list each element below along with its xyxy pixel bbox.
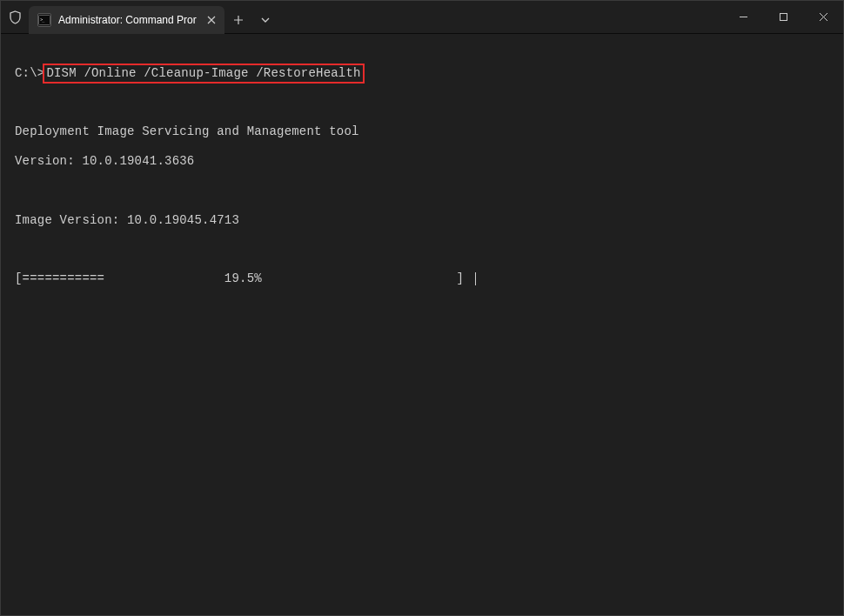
tab-close-button[interactable]	[204, 12, 219, 28]
titlebar-drag-area[interactable]	[278, 1, 723, 33]
prompt: C:\>	[15, 66, 44, 80]
titlebar: >_ Administrator: Command Pror	[1, 1, 843, 34]
cursor-icon	[475, 272, 476, 285]
tab-dropdown-button[interactable]	[252, 6, 278, 33]
tab-active[interactable]: >_ Administrator: Command Pror	[29, 6, 224, 34]
cmd-icon: >_	[37, 13, 51, 27]
progress-text: [=========== 19.5% ]	[15, 271, 472, 285]
new-tab-button[interactable]	[224, 6, 252, 33]
close-button[interactable]	[803, 1, 843, 33]
progress-line: [=========== 19.5% ]	[15, 271, 829, 286]
window-controls	[723, 1, 843, 33]
output-line: Version: 10.0.19041.3636	[15, 154, 829, 169]
output-line: Image Version: 10.0.19045.4713	[15, 213, 829, 228]
shield-icon	[8, 10, 22, 24]
titlebar-left	[1, 1, 29, 33]
prompt-line: C:\>DISM /Online /Cleanup-Image /Restore…	[15, 66, 829, 81]
command-highlight: DISM /Online /Cleanup-Image /RestoreHeal…	[43, 64, 364, 84]
terminal-content[interactable]: C:\>DISM /Online /Cleanup-Image /Restore…	[1, 34, 843, 318]
tab-title: Administrator: Command Pror	[58, 14, 197, 26]
minimize-button[interactable]	[723, 1, 763, 33]
maximize-button[interactable]	[763, 1, 803, 33]
svg-rect-2	[780, 14, 787, 21]
output-line: Deployment Image Servicing and Managemen…	[15, 124, 829, 139]
